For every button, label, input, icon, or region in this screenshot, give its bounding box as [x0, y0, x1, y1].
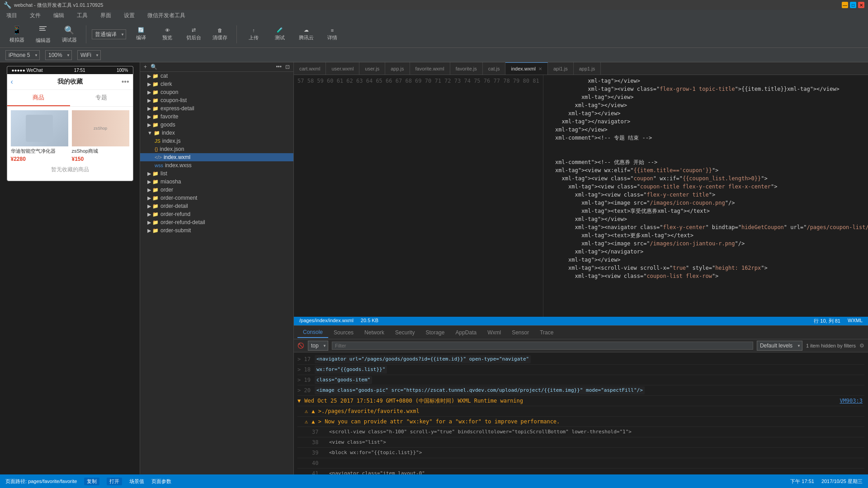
devtools-tab-sources[interactable]: Sources [328, 328, 359, 338]
context-select[interactable]: top [308, 341, 328, 351]
tab-cat-js[interactable]: cat.js [483, 62, 506, 75]
tab-user-wxml[interactable]: user.wxml [326, 62, 359, 75]
debugger-button[interactable]: 🔍 调试器 [58, 23, 80, 45]
phone-back-button[interactable]: ‹ [11, 78, 13, 86]
tree-item-miaosha[interactable]: ▶ 📁 miaosha [140, 178, 293, 186]
menu-settings[interactable]: 设置 [121, 11, 137, 20]
phone-tabs[interactable]: 商品 专题 [7, 90, 133, 107]
devtools-tab-network[interactable]: Network [359, 328, 390, 338]
zoom-select[interactable]: 100% [45, 50, 72, 60]
js-file-icon: JS [155, 138, 160, 144]
devtools-tab-storage[interactable]: Storage [420, 328, 450, 338]
window-controls[interactable]: — □ ✕ [842, 2, 864, 8]
tab-favorite-wxml[interactable]: favorite.wxml [410, 62, 450, 75]
vm-source-link[interactable]: VM903:3 [840, 397, 864, 405]
copy-button[interactable]: 复制 [84, 478, 99, 485]
clear-button[interactable]: 🗑 清缓存 [208, 26, 231, 43]
tab-api1-js[interactable]: api1.js [548, 62, 574, 75]
tab-user-js[interactable]: user.js [359, 62, 385, 75]
devtools-tab-security[interactable]: Security [390, 328, 420, 338]
device-select-wrapper[interactable]: iPhone 5 [5, 50, 40, 60]
tree-item-express[interactable]: ▶ 📁 express-detail [140, 104, 293, 113]
tree-collapse-icon[interactable]: ⊡ [285, 64, 290, 70]
devtools-tab-sensor[interactable]: Sensor [506, 328, 534, 338]
log-level-select[interactable]: Default levels [757, 341, 802, 351]
device-select[interactable]: iPhone 5 [5, 50, 40, 60]
preview-button[interactable]: 👁 预览 [156, 26, 179, 43]
devtools-tab-appdata[interactable]: AppData [450, 328, 482, 338]
page-param-button[interactable]: 页面参数 [151, 478, 171, 485]
menu-tools[interactable]: 工具 [74, 11, 90, 20]
compile-button[interactable]: 🔄 编译 [130, 25, 152, 43]
tree-item-list[interactable]: ▶ 📁 list [140, 169, 293, 178]
tree-item-order-refund[interactable]: ▶ 📁 order-refund [140, 210, 293, 218]
menu-interface[interactable]: 界面 [98, 11, 114, 20]
zoom-select-wrapper[interactable]: 100% [45, 50, 72, 60]
tree-item-order-submit[interactable]: ▶ 📁 order-submit [140, 226, 293, 235]
tree-item-index-wxml[interactable]: </> index.wxml [140, 153, 293, 161]
devtools-tab-console[interactable]: Console [297, 327, 328, 338]
tree-item-order-comment[interactable]: ▶ 📁 order-comment [140, 194, 293, 202]
tree-item-order-refund-detail[interactable]: ▶ 📁 order-refund-detail [140, 218, 293, 226]
menu-edit[interactable]: 编辑 [51, 11, 67, 20]
network-select[interactable]: WiFi [77, 50, 101, 60]
tab-favorite-js[interactable]: favorite.js [450, 62, 483, 75]
tree-item-index[interactable]: ▼ 📁 index [140, 129, 293, 137]
close-button[interactable]: ✕ [858, 2, 864, 8]
tree-item-coupon[interactable]: ▶ 📁 coupon [140, 88, 293, 96]
devtools-tab-trace[interactable]: Trace [534, 328, 559, 338]
tree-item-clerk[interactable]: ▶ 📁 clerk [140, 80, 293, 88]
console-filter-input[interactable] [332, 342, 753, 350]
tree-item-index-js[interactable]: JS index.js [140, 137, 293, 145]
menu-file[interactable]: 文件 [27, 11, 43, 20]
tree-item-order-detail[interactable]: ▶ 📁 order-detail [140, 202, 293, 210]
maximize-button[interactable]: □ [850, 2, 856, 8]
svg-rect-2 [39, 30, 46, 31]
tencent-cloud-button[interactable]: ☁ 腾讯云 [295, 25, 317, 43]
editor-button[interactable]: 编辑器 [32, 23, 54, 46]
minimize-button[interactable]: — [842, 2, 848, 8]
tree-search-icon[interactable]: 🔍 [151, 64, 157, 70]
tree-item-cat[interactable]: ▶ 📁 cat [140, 72, 293, 80]
test-button[interactable]: 🧪 测试 [269, 25, 291, 43]
tree-item-order[interactable]: ▶ 📁 order [140, 186, 293, 194]
code-content[interactable]: xml-tag"></view> xml-tag"><view class="f… [543, 75, 868, 317]
scene-value-button[interactable]: 场景值 [129, 478, 144, 485]
open-button[interactable]: 打开 [107, 478, 122, 485]
tab-index-wxml[interactable]: index.wxml ✕ [505, 62, 547, 75]
menu-project[interactable]: 项目 [4, 11, 20, 20]
tab-app-js[interactable]: app.js [385, 62, 410, 75]
phone-tab-topics[interactable]: 专题 [70, 90, 133, 106]
code-area[interactable]: 57 58 59 60 61 62 63 64 65 66 67 68 69 7… [294, 75, 868, 317]
tab-app1-js[interactable]: app1.js [574, 62, 601, 75]
tree-item-favorite[interactable]: ▶ 📁 favorite [140, 113, 293, 121]
phone-tab-goods[interactable]: 商品 [7, 90, 70, 106]
devtools-tab-wxml[interactable]: Wxml [482, 328, 506, 338]
tab-close-icon[interactable]: ✕ [538, 66, 542, 71]
switch-button[interactable]: ⇄ 切后台 [182, 25, 205, 43]
tree-item-index-wxss[interactable]: wss index.wxss [140, 161, 293, 169]
detail-button[interactable]: ≡ 详情 [321, 26, 344, 43]
log-level-select-wrapper[interactable]: Default levels [757, 341, 802, 351]
menu-wechat[interactable]: 微信开发者工具 [145, 11, 188, 20]
upload-button[interactable]: ↑ 上传 [242, 26, 265, 43]
simulator-button[interactable]: 📱 模拟器 [5, 23, 28, 45]
console-clear-icon[interactable]: 🚫 [297, 343, 304, 349]
tree-add-icon[interactable]: + [144, 64, 147, 70]
bottom-left: 页面路径: pages/favorite/favorite 复制 打开 场景值 … [5, 478, 171, 485]
compile-select-wrapper[interactable]: 普通编译 [92, 29, 126, 39]
devtools-settings-icon[interactable]: ⚙ [859, 343, 864, 349]
tab-cart-wxml[interactable]: cart.wxml [294, 62, 326, 75]
context-select-wrapper[interactable]: top [308, 341, 328, 351]
folder-icon: ▶ 📁 [147, 228, 159, 234]
tencent-label: 腾讯云 [299, 34, 314, 41]
preview-icon: 👁 [165, 28, 170, 33]
tree-item-coupon-list[interactable]: ▶ 📁 coupon-list [140, 96, 293, 104]
tree-item-goods[interactable]: ▶ 📁 goods [140, 121, 293, 129]
compile-select[interactable]: 普通编译 [92, 29, 126, 39]
network-select-wrapper[interactable]: WiFi [77, 50, 101, 60]
tree-more-icon[interactable]: ••• [276, 64, 282, 70]
phone-more-button[interactable]: ••• [122, 78, 129, 86]
tree-item-index-json[interactable]: {} index.json [140, 145, 293, 153]
upload-icon: ↑ [252, 28, 255, 33]
